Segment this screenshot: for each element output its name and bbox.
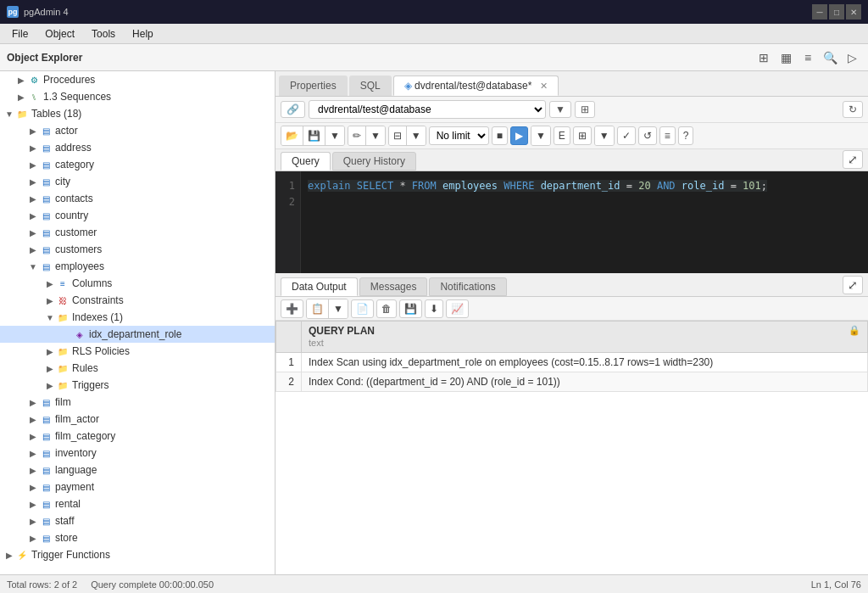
connection-dropdown-button[interactable]: ▼ <box>549 101 571 118</box>
arrow-icon: ▶ <box>27 398 39 407</box>
tree-inventory[interactable]: ▶ ▤ inventory <box>0 445 275 462</box>
tree-item-label: address <box>55 142 92 154</box>
tree-country[interactable]: ▶ ▤ country <box>0 207 275 224</box>
tab-data-output[interactable]: Data Output <box>281 277 358 296</box>
stop-button[interactable]: ■ <box>492 126 508 145</box>
arrow-icon: ▶ <box>27 126 39 136</box>
tree-trigger-functions[interactable]: ▶ ⚡ Trigger Functions <box>0 546 275 563</box>
download-button[interactable]: ⬇ <box>425 299 443 318</box>
titlebar-controls[interactable]: ─ □ ✕ <box>812 4 861 20</box>
tree-staff[interactable]: ▶ ▤ staff <box>0 512 275 529</box>
tree-customer[interactable]: ▶ ▤ customer <box>0 224 275 241</box>
tree-rules[interactable]: ▶ 📁 Rules <box>0 360 275 377</box>
tree-tables[interactable]: ▼ 📁 Tables (18) <box>0 105 275 122</box>
delete-button[interactable]: 🗑 <box>376 299 397 318</box>
open-file-button[interactable]: 📂 <box>281 126 303 145</box>
edit-button[interactable]: ✏ <box>348 126 366 145</box>
tab-close-icon[interactable]: ✕ <box>540 81 548 91</box>
tree-address[interactable]: ▶ ▤ address <box>0 139 275 156</box>
paste-button[interactable]: 📄 <box>351 299 374 318</box>
execute-button[interactable]: ▶ <box>510 126 528 145</box>
tree-film[interactable]: ▶ ▤ film <box>0 394 275 411</box>
editor-content[interactable]: explain SELECT * FROM employees WHERE de… <box>301 171 868 273</box>
tab-sql[interactable]: SQL <box>349 76 392 96</box>
tree-payment[interactable]: ▶ ▤ payment <box>0 478 275 495</box>
sidebar: ▶ ⚙ Procedures ▶ ⑊ 1.3 Sequences ▼ 📁 Tab… <box>0 71 275 574</box>
connection-settings-button[interactable]: 🔗 <box>281 101 305 118</box>
connection-select[interactable]: dvdrental/test@database <box>309 100 546 119</box>
tree-idx-department-role[interactable]: ◈ idx_department_role <box>0 326 275 343</box>
tree-item-label: Triggers <box>72 379 109 391</box>
tree-language[interactable]: ▶ ▤ language <box>0 462 275 478</box>
arrow-icon: ▼ <box>3 109 15 119</box>
execute-icon[interactable]: ▷ <box>843 48 861 67</box>
tab-messages[interactable]: Messages <box>359 277 428 296</box>
table-icon: ▤ <box>39 175 53 188</box>
column-icon[interactable]: ≡ <box>798 48 817 67</box>
tree-item-label: film <box>55 396 71 408</box>
tree-procedures[interactable]: ▶ ⚙ Procedures <box>0 71 275 88</box>
tab-notifications[interactable]: Notifications <box>429 277 506 296</box>
tree-rls-policies[interactable]: ▶ 📁 RLS Policies <box>0 343 275 360</box>
menu-file[interactable]: File <box>3 26 36 42</box>
table-icon[interactable]: ▦ <box>776 48 795 67</box>
expand-editor-button[interactable]: ⤢ <box>843 150 863 169</box>
chart-button[interactable]: 📈 <box>446 299 469 318</box>
db-action-button[interactable]: ⊞ <box>575 101 595 118</box>
tree-sequences[interactable]: ▶ ⑊ 1.3 Sequences <box>0 88 275 105</box>
tab-db[interactable]: ◈ dvdrental/test@database* ✕ <box>393 76 559 96</box>
tree-triggers[interactable]: ▶ 📁 Triggers <box>0 377 275 394</box>
tree-film-actor[interactable]: ▶ ▤ film_actor <box>0 411 275 428</box>
table-icon: ▤ <box>39 158 53 171</box>
tree-category[interactable]: ▶ ▤ category <box>0 156 275 173</box>
table-icon: ▤ <box>39 463 53 477</box>
refresh-button[interactable]: ↻ <box>843 101 863 118</box>
query-editor[interactable]: 1 2 explain SELECT * FROM employees WHER… <box>275 171 868 273</box>
row-number: 1 <box>276 353 302 372</box>
execute-dropdown-button[interactable]: ▼ <box>531 126 550 145</box>
tree-rental[interactable]: ▶ ▤ rental <box>0 495 275 512</box>
close-button[interactable]: ✕ <box>846 4 861 20</box>
tree-item-label: Tables (18) <box>31 108 81 120</box>
commit-button[interactable]: ✓ <box>617 126 636 145</box>
explain-analyze-button[interactable]: ⊞ <box>573 126 592 145</box>
maximize-button[interactable]: □ <box>829 4 844 20</box>
copy-button[interactable]: 📋 <box>307 299 329 318</box>
tree-film-category[interactable]: ▶ ▤ film_category <box>0 428 275 445</box>
tab-properties[interactable]: Properties <box>279 76 348 96</box>
save-dropdown-button[interactable]: ▼ <box>326 126 344 145</box>
tree-city[interactable]: ▶ ▤ city <box>0 173 275 190</box>
menu-object[interactable]: Object <box>36 26 83 42</box>
tree-constraints[interactable]: ▶ ⛓ Constraints <box>0 292 275 309</box>
help-button[interactable]: ? <box>678 126 694 145</box>
tab-query-history[interactable]: Query History <box>332 152 416 171</box>
tree-employees[interactable]: ▼ ▤ employees <box>0 258 275 275</box>
save-file-button[interactable]: 💾 <box>303 126 326 145</box>
minimize-button[interactable]: ─ <box>812 4 827 20</box>
rollback-button[interactable]: ↺ <box>638 126 657 145</box>
copy-dropdown-button[interactable]: ▼ <box>329 299 348 318</box>
tree-store[interactable]: ▶ ▤ store <box>0 529 275 546</box>
filter-dropdown-button[interactable]: ▼ <box>407 126 426 145</box>
menu-help[interactable]: Help <box>124 26 162 42</box>
format-button[interactable]: ≡ <box>659 126 676 145</box>
expand-data-button[interactable]: ⤢ <box>843 276 863 294</box>
tab-query[interactable]: Query <box>281 152 331 171</box>
filter-button[interactable]: ⊟ <box>389 126 407 145</box>
edit-dropdown-button[interactable]: ▼ <box>366 126 385 145</box>
search-icon[interactable]: 🔍 <box>821 48 839 67</box>
add-row-button[interactable]: ➕ <box>281 299 303 318</box>
limit-select[interactable]: No limit 100 500 1000 <box>429 126 489 145</box>
tree-customers[interactable]: ▶ ▤ customers <box>0 241 275 258</box>
tree-contacts[interactable]: ▶ ▤ contacts <box>0 190 275 207</box>
save-data-button[interactable]: 💾 <box>399 299 422 318</box>
explain-dropdown-button[interactable]: ▼ <box>595 126 614 145</box>
tree-actor[interactable]: ▶ ▤ actor <box>0 122 275 139</box>
line-numbers: 1 2 <box>275 171 301 273</box>
explain-button[interactable]: E <box>554 126 570 145</box>
menu-tools[interactable]: Tools <box>83 26 124 42</box>
tree-indexes[interactable]: ▼ 📁 Indexes (1) <box>0 309 275 326</box>
tree-columns[interactable]: ▶ ≡ Columns <box>0 275 275 292</box>
arrow-icon: ▶ <box>27 143 39 153</box>
server-icon[interactable]: ⊞ <box>754 48 773 67</box>
